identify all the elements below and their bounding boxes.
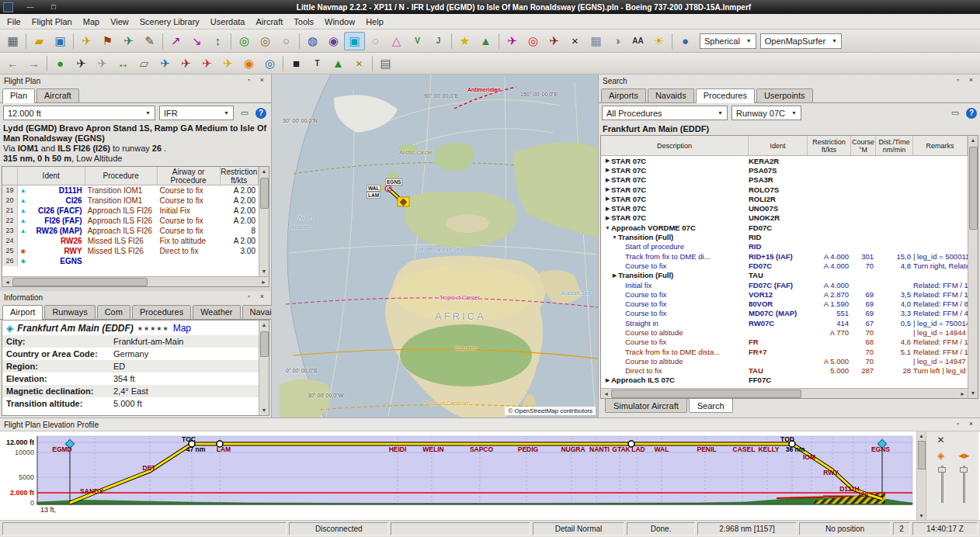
fit-flight-plan-icon[interactable]: ↔ (113, 54, 134, 73)
save-flight-plan-icon[interactable]: ▣ (50, 32, 71, 50)
center-aircraft-icon[interactable]: ◎ (523, 32, 544, 50)
cruise-altitude-combo[interactable]: 12.000 ft ▼ (3, 106, 155, 120)
show-aircraft-icon[interactable]: ✈ (502, 32, 523, 50)
flight-plan-row[interactable]: 21▲CI26 (FACF)Approach ILS FI26Initial F… (2, 206, 259, 216)
profile-expand-icon[interactable]: ✕ (933, 433, 950, 447)
tab-airports[interactable]: Airports (601, 88, 646, 102)
projection-globe-icon[interactable]: ● (675, 32, 696, 50)
close-dock-icon[interactable]: × (257, 293, 267, 302)
overflow-menu-icon[interactable]: ▤ (375, 54, 396, 73)
close-dock-icon[interactable]: × (257, 76, 267, 85)
landing-runway-icon[interactable]: ✈ (175, 54, 196, 73)
mark-position-icon[interactable]: ■ (286, 54, 307, 73)
procedure-tree-row[interactable]: Direct to fixTAU5.00028728Turn left | le… (601, 366, 968, 376)
goto-aircraft-icon[interactable]: ✈ (71, 54, 92, 73)
tab-userpoints[interactable]: Userpoints (756, 88, 813, 102)
expanded-arrow-icon[interactable]: ▼ (604, 225, 611, 230)
show-airports-icon[interactable]: ◎ (234, 32, 255, 50)
collapsed-arrow-icon[interactable]: ▶ (604, 158, 611, 164)
elevation-profile-chart[interactable]: 12.000 ft1000050002.000 ft0EGMDSANDYDETT… (0, 431, 916, 518)
map-link[interactable]: Map (173, 323, 191, 334)
procedure-tree-row[interactable]: ▼Approach VORDME 07CFD07C (601, 223, 968, 232)
float-dock-icon[interactable]: ▫ (953, 420, 963, 429)
procedure-tree-hscrollbar[interactable]: ◄► (601, 388, 968, 398)
float-dock-icon[interactable]: ▫ (244, 293, 254, 302)
flight-plan-row[interactable]: 23▲RW26 (MAP)Approach ILS FI26Course to … (2, 226, 259, 236)
procedure-tree-row[interactable]: ▶Approach ILS 07CFF07C (601, 376, 968, 385)
bottom-tab-simulator-aircraft[interactable]: Simulator Aircraft (605, 399, 687, 413)
runway-filter-combo[interactable]: Runway 07C ▼ (732, 106, 801, 120)
procedure-tree-row[interactable]: ▶STAR 07CUNOK2R (601, 213, 968, 223)
new-flight-plan-icon[interactable]: ✈ (76, 32, 97, 50)
menu-flight-plan[interactable]: Flight Plan (26, 16, 78, 28)
column-header-dist-time[interactable]: Dist./Timenm/min (876, 136, 913, 155)
destination-airport-icon[interactable]: ✈ (118, 32, 139, 50)
tab-runways[interactable]: Runways (44, 305, 95, 319)
flight-plan-row[interactable]: 22▲FI26 (FAF)Approach ILS FI26Course to … (2, 216, 259, 226)
departure-airport-icon[interactable]: ⚑ (97, 32, 118, 50)
multiplayer-aircraft-icon[interactable]: ✈ (217, 54, 238, 73)
column-header-restriction[interactable]: Restriction ft/kts (221, 167, 259, 185)
flight-plan-row[interactable]: 26◈EGNS (2, 256, 259, 266)
window-layout-icon[interactable]: ▦ (2, 32, 23, 50)
float-dock-icon[interactable]: ▫ (244, 76, 254, 85)
show-vor-icon[interactable]: ◍ (302, 32, 323, 50)
help-icon[interactable]: ? (255, 108, 266, 119)
tab-procedures[interactable]: Procedures (132, 305, 191, 319)
map-home-icon[interactable]: ● (50, 54, 71, 73)
show-aircraft-trail-icon[interactable]: ✈ (544, 32, 565, 50)
collapsed-arrow-icon[interactable]: ▶ (604, 167, 611, 173)
menu-userdata[interactable]: Userdata (205, 16, 251, 28)
show-ndb-icon[interactable]: ◉ (323, 32, 344, 50)
column-header-course[interactable]: Course°M (851, 136, 876, 155)
show-hillshading-icon[interactable]: ▲ (475, 32, 496, 50)
takeoff-runway-icon[interactable]: ✈ (155, 54, 175, 73)
collapsed-arrow-icon[interactable]: ▶ (604, 177, 611, 183)
show-victor-airways-icon[interactable]: V (407, 32, 428, 50)
procedure-tree-row[interactable]: ▶STAR 07CUNO07S (601, 203, 968, 213)
procedure-tree-row[interactable]: ▶Transition (Full)TAU (601, 271, 968, 280)
delete-aircraft-trail-icon[interactable]: × (565, 32, 586, 50)
tab-navaids[interactable]: Navaids (648, 88, 694, 102)
show-waypoints-icon[interactable]: ▣ (344, 32, 365, 50)
menu-scenery-library[interactable]: Scenery Library (134, 16, 205, 28)
procedure-tree-row[interactable]: Straight inRW07C414670,5| leg_id = 75001… (601, 318, 968, 327)
show-jet-airways-icon[interactable]: J (428, 32, 449, 50)
ai-traffic-icon[interactable]: ✈ (196, 54, 217, 73)
procedure-tree-row[interactable]: ▶STAR 07CKERA2R (601, 156, 968, 165)
close-dock-icon[interactable]: × (966, 420, 976, 429)
information-vscrollbar[interactable]: ▲▼ (259, 320, 269, 415)
menu-file[interactable]: File (2, 16, 26, 28)
tab-procedures[interactable]: Procedures (696, 88, 755, 103)
collapsed-arrow-icon[interactable]: ▶ (611, 272, 618, 279)
edit-flight-plan-icon[interactable]: ✎ (139, 32, 160, 50)
map-back-icon[interactable]: ← (2, 54, 23, 73)
show-ils-icon[interactable]: △ (386, 32, 407, 50)
collapsed-arrow-icon[interactable]: ▶ (604, 196, 611, 202)
collapsed-arrow-icon[interactable]: ▶ (604, 206, 611, 212)
app-icon[interactable] (3, 2, 13, 12)
procedure-tree-row[interactable]: Course to altitudeA 5.00070| leg_id = 14… (601, 356, 968, 366)
map-view[interactable]: Antimeridian90° 00' 00,0"E150° 00' 00,0"… (272, 74, 598, 417)
menu-window[interactable]: Window (319, 16, 360, 28)
show-empty-airports-icon[interactable]: ○ (276, 32, 297, 50)
goto-center-icon[interactable]: ✈ (92, 54, 113, 73)
procedure-tree-row[interactable]: Course to fixFD07CA 4.000704,8Turn right… (601, 261, 968, 270)
procedure-filter-combo[interactable]: All Procedures ▼ (602, 106, 728, 120)
flight-plan-row[interactable]: 20▲CI26Transition IOM1Course to fixA 2.0… (2, 196, 259, 206)
show-cities-icon[interactable]: ★ (454, 32, 475, 50)
column-header-airway-or[interactable]: Airway or Procedure (158, 167, 221, 185)
calc-low-alt-route-icon[interactable]: ↘ (186, 32, 207, 50)
calc-high-alt-route-icon[interactable]: ↗ (165, 32, 186, 50)
profile-vscrollbar[interactable]: ▲▼ (916, 431, 926, 520)
profile-pan-icon[interactable]: ◀▶ (956, 449, 973, 463)
expanded-arrow-icon[interactable]: ▼ (611, 234, 618, 240)
collapsed-arrow-icon[interactable]: ▶ (604, 377, 611, 383)
collapsed-arrow-icon[interactable]: ▶ (604, 186, 611, 192)
flight-plan-vscrollbar[interactable]: ▲▼ (259, 167, 269, 276)
procedure-tree-row[interactable]: Course to fix80VORA 1.590694,0Related: F… (601, 299, 968, 308)
collapsed-arrow-icon[interactable]: ▶ (604, 215, 611, 221)
show-soft-airports-icon[interactable]: ◎ (255, 32, 276, 50)
maximize-icon[interactable]: □ (47, 2, 60, 12)
flight-plan-row[interactable]: 24RW26Missed ILS FI26Fix to altitudeA 2.… (2, 236, 259, 246)
